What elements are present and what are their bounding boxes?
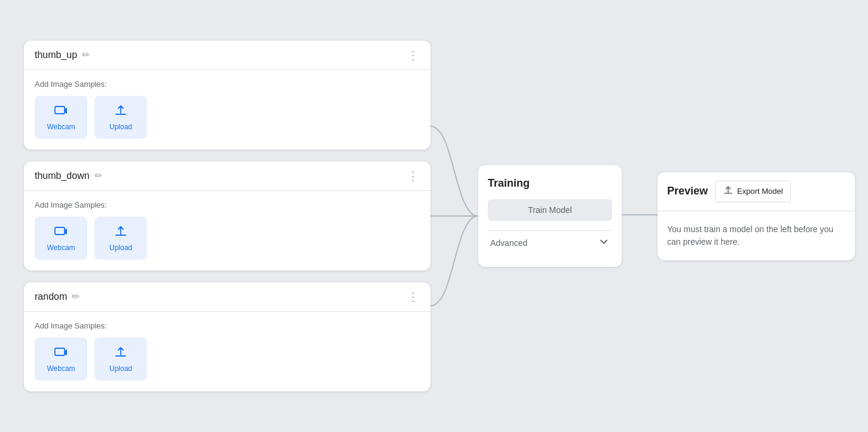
webcam-button-thumb-down[interactable]: Webcam bbox=[35, 217, 87, 260]
sample-buttons-thumb-down: Webcam Upload bbox=[35, 217, 420, 260]
add-samples-label-random: Add Image Samples: bbox=[35, 321, 420, 330]
class-card-body-thumb-up: Add Image Samples: Webcam bbox=[24, 70, 430, 150]
upload-label-3: Upload bbox=[109, 364, 132, 373]
export-model-button[interactable]: Export Model bbox=[715, 181, 791, 202]
webcam-icon-2 bbox=[54, 224, 68, 241]
export-icon bbox=[723, 185, 733, 198]
svg-rect-2 bbox=[55, 227, 65, 235]
webcam-label-2: Webcam bbox=[47, 244, 75, 252]
train-model-button[interactable]: Train Model bbox=[488, 199, 612, 221]
advanced-label: Advanced bbox=[490, 238, 527, 248]
class-card-thumb-down: thumb_down ✏ ⋮ Add Image Samples: bbox=[24, 162, 430, 270]
connector-between bbox=[622, 206, 658, 226]
edit-icon-thumb-down[interactable]: ✏ bbox=[94, 171, 102, 181]
class-title-thumb-up: thumb_up bbox=[35, 50, 77, 60]
svg-rect-4 bbox=[55, 348, 65, 355]
webcam-button-thumb-up[interactable]: Webcam bbox=[35, 96, 87, 139]
class-card-body-thumb-down: Add Image Samples: Webcam bbox=[24, 191, 430, 270]
train-model-label: Train Model bbox=[528, 205, 571, 215]
upload-label: Upload bbox=[109, 123, 132, 131]
upload-icon-3 bbox=[114, 345, 128, 362]
webcam-label-3: Webcam bbox=[47, 364, 75, 373]
upload-icon-2 bbox=[114, 224, 128, 241]
edit-icon-thumb-up[interactable]: ✏ bbox=[82, 50, 90, 60]
class-title-group: thumb_up ✏ bbox=[35, 50, 90, 60]
upload-button-random[interactable]: Upload bbox=[94, 337, 147, 381]
webcam-icon-3 bbox=[54, 345, 68, 362]
more-icon-thumb-down[interactable]: ⋮ bbox=[407, 170, 420, 182]
class-card-body-random: Add Image Samples: Webcam bbox=[24, 312, 430, 391]
webcam-label: Webcam bbox=[47, 123, 75, 131]
add-samples-label-thumb-down: Add Image Samples: bbox=[35, 200, 420, 209]
class-title-group-3: random ✏ bbox=[35, 291, 80, 302]
class-title-random: random bbox=[35, 291, 67, 302]
more-icon-thumb-up[interactable]: ⋮ bbox=[407, 49, 420, 61]
class-card-random: random ✏ ⋮ Add Image Samples: bbox=[24, 282, 430, 391]
class-card-thumb-up: thumb_up ✏ ⋮ Add Image Samples: bbox=[24, 41, 430, 150]
training-title: Training bbox=[488, 177, 612, 190]
upload-icon bbox=[114, 104, 128, 120]
upload-button-thumb-up[interactable]: Upload bbox=[94, 96, 147, 139]
preview-header: Preview Export Model bbox=[658, 172, 855, 211]
class-card-header-random: random ✏ ⋮ bbox=[24, 282, 430, 312]
advanced-row[interactable]: Advanced bbox=[488, 230, 612, 255]
preview-body: You must train a model on the left befor… bbox=[658, 211, 855, 260]
upload-button-thumb-down[interactable]: Upload bbox=[94, 217, 147, 260]
connector-lines bbox=[430, 66, 478, 366]
add-samples-label-thumb-up: Add Image Samples: bbox=[35, 80, 420, 89]
training-card: Training Train Model Advanced bbox=[478, 165, 622, 267]
class-card-header-thumb-down: thumb_down ✏ ⋮ bbox=[24, 162, 430, 191]
webcam-button-random[interactable]: Webcam bbox=[35, 337, 87, 381]
class-card-header-thumb-up: thumb_up ✏ ⋮ bbox=[24, 41, 430, 70]
preview-card: Preview Export Model You must train a mo… bbox=[658, 172, 855, 260]
upload-label-2: Upload bbox=[109, 244, 132, 252]
webcam-icon bbox=[54, 104, 68, 120]
export-model-label: Export Model bbox=[737, 187, 783, 196]
class-title-thumb-down: thumb_down bbox=[35, 171, 90, 181]
sample-buttons-thumb-up: Webcam Upload bbox=[35, 96, 420, 139]
classes-column: thumb_up ✏ ⋮ Add Image Samples: bbox=[24, 41, 430, 391]
preview-title: Preview bbox=[667, 185, 708, 197]
preview-message: You must train a model on the left befor… bbox=[667, 223, 845, 248]
edit-icon-random[interactable]: ✏ bbox=[72, 292, 80, 302]
more-icon-random[interactable]: ⋮ bbox=[407, 291, 420, 303]
svg-rect-0 bbox=[55, 107, 65, 114]
chevron-down-icon bbox=[598, 236, 610, 250]
sample-buttons-random: Webcam Upload bbox=[35, 337, 420, 381]
class-title-group-2: thumb_down ✏ bbox=[35, 171, 102, 181]
